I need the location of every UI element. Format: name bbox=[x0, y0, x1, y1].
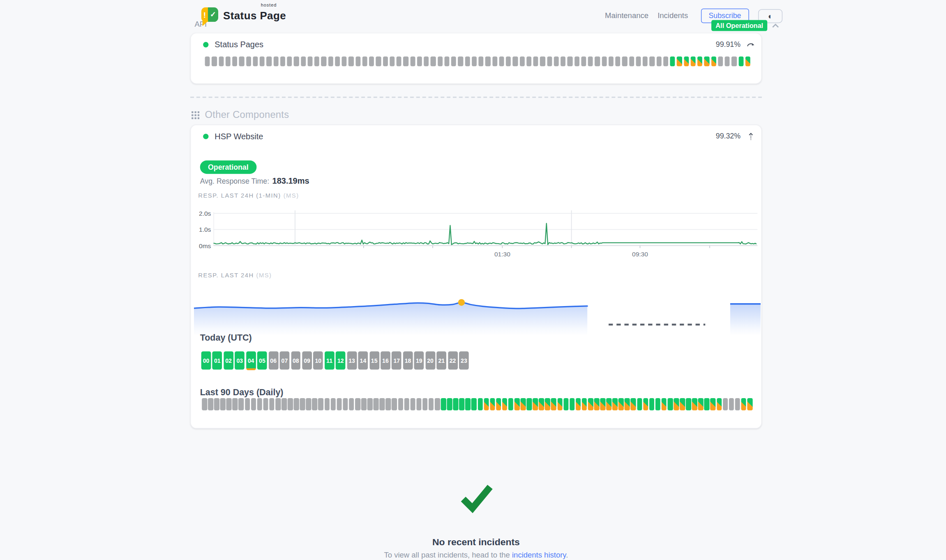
uptime-bar[interactable] bbox=[239, 57, 244, 67]
uptime-bar[interactable] bbox=[465, 57, 470, 67]
uptime-bar[interactable] bbox=[273, 57, 278, 67]
uptime-bar[interactable] bbox=[328, 57, 333, 67]
hour-block[interactable]: 07 bbox=[280, 351, 290, 369]
day-block[interactable] bbox=[367, 398, 373, 410]
day-block[interactable] bbox=[533, 398, 538, 410]
day-block[interactable] bbox=[343, 398, 348, 410]
uptime-bar[interactable] bbox=[478, 57, 483, 67]
uptime-bar[interactable] bbox=[417, 57, 422, 67]
day-block[interactable] bbox=[496, 398, 501, 410]
uptime-bar[interactable] bbox=[335, 57, 340, 67]
uptime-bar[interactable] bbox=[438, 57, 443, 67]
day-block[interactable] bbox=[655, 398, 661, 410]
day-block[interactable] bbox=[226, 398, 232, 410]
hour-block[interactable]: 03 bbox=[235, 351, 245, 369]
day-block[interactable] bbox=[545, 398, 550, 410]
hour-block[interactable]: 08 bbox=[291, 351, 301, 369]
uptime-bar[interactable] bbox=[397, 57, 401, 67]
chevron-up-icon[interactable] bbox=[772, 23, 780, 28]
day-block[interactable] bbox=[502, 398, 508, 410]
uptime-bar[interactable] bbox=[656, 57, 661, 67]
uptime-bar[interactable] bbox=[307, 57, 312, 67]
day-block[interactable] bbox=[300, 398, 305, 410]
day-block[interactable] bbox=[741, 398, 746, 410]
hour-block[interactable]: 01 bbox=[212, 351, 222, 369]
day-block[interactable] bbox=[563, 398, 569, 410]
day-block[interactable] bbox=[441, 398, 446, 410]
uptime-bar[interactable] bbox=[588, 57, 593, 67]
uptime-bar[interactable] bbox=[711, 57, 716, 67]
day-block[interactable] bbox=[698, 398, 704, 410]
day-block[interactable] bbox=[478, 398, 483, 410]
day-block[interactable] bbox=[269, 398, 275, 410]
day-block[interactable] bbox=[618, 398, 624, 410]
day-block[interactable] bbox=[435, 398, 440, 410]
day-block[interactable] bbox=[275, 398, 281, 410]
uptime-bar[interactable] bbox=[636, 57, 641, 67]
day-block[interactable] bbox=[711, 398, 716, 410]
hour-block[interactable]: 15 bbox=[369, 351, 379, 369]
day-block[interactable] bbox=[747, 398, 752, 410]
day-block[interactable] bbox=[312, 398, 318, 410]
uptime-bar[interactable] bbox=[219, 57, 224, 67]
uptime-bar[interactable] bbox=[226, 57, 231, 67]
day-block[interactable] bbox=[386, 398, 391, 410]
day-block[interactable] bbox=[508, 398, 514, 410]
day-block[interactable] bbox=[422, 398, 428, 410]
day-block[interactable] bbox=[220, 398, 226, 410]
uptime-bar[interactable] bbox=[362, 57, 367, 67]
day-block[interactable] bbox=[294, 398, 299, 410]
uptime-bar[interactable] bbox=[376, 57, 381, 67]
uptime-bar[interactable] bbox=[355, 57, 360, 67]
uptime-bar[interactable] bbox=[581, 57, 586, 67]
hour-block[interactable]: 05 bbox=[257, 351, 267, 369]
day-block[interactable] bbox=[239, 398, 244, 410]
uptime-bar[interactable] bbox=[321, 57, 326, 67]
uptime-bar[interactable] bbox=[568, 57, 572, 67]
day-block[interactable] bbox=[637, 398, 642, 410]
uptime-bar[interactable] bbox=[444, 57, 449, 67]
day-block[interactable] bbox=[263, 398, 268, 410]
hour-block[interactable]: 10 bbox=[313, 351, 323, 369]
hour-block[interactable]: 20 bbox=[425, 351, 435, 369]
uptime-bar[interactable] bbox=[301, 57, 306, 67]
day-block[interactable] bbox=[521, 398, 526, 410]
day-block[interactable] bbox=[680, 398, 685, 410]
day-block[interactable] bbox=[404, 398, 409, 410]
uptime-bar[interactable] bbox=[369, 57, 374, 67]
day-block[interactable] bbox=[600, 398, 605, 410]
uptime-bar[interactable] bbox=[390, 57, 395, 67]
day-block[interactable] bbox=[631, 398, 636, 410]
uptime-bar[interactable] bbox=[731, 57, 736, 67]
day-block[interactable] bbox=[318, 398, 323, 410]
uptime-bar[interactable] bbox=[704, 57, 709, 67]
day-block[interactable] bbox=[588, 398, 593, 410]
hour-block[interactable]: 04 bbox=[246, 351, 256, 369]
day-block[interactable] bbox=[539, 398, 544, 410]
day-block[interactable] bbox=[674, 398, 679, 410]
hour-block[interactable]: 00 bbox=[201, 351, 211, 369]
uptime-bar[interactable] bbox=[622, 57, 627, 67]
day-block[interactable] bbox=[288, 398, 293, 410]
hour-block[interactable]: 23 bbox=[459, 351, 469, 369]
day-block[interactable] bbox=[551, 398, 556, 410]
day-block[interactable] bbox=[202, 398, 207, 410]
uptime-bar[interactable] bbox=[431, 57, 436, 67]
uptime-bar[interactable] bbox=[574, 57, 579, 67]
day-block[interactable] bbox=[429, 398, 434, 410]
overall-status-badge[interactable]: All Operational bbox=[711, 20, 767, 31]
hour-block[interactable]: 16 bbox=[381, 351, 390, 369]
day-block[interactable] bbox=[361, 398, 367, 410]
uptime-bar[interactable] bbox=[554, 57, 558, 67]
day-block[interactable] bbox=[649, 398, 655, 410]
uptime-bar[interactable] bbox=[595, 57, 600, 67]
day-block[interactable] bbox=[233, 398, 238, 410]
hour-block[interactable]: 12 bbox=[336, 351, 346, 369]
uptime-bar[interactable] bbox=[718, 57, 723, 67]
nav-maintenance[interactable]: Maintenance bbox=[605, 12, 648, 20]
nav-incidents[interactable]: Incidents bbox=[658, 12, 688, 20]
hour-block[interactable]: 21 bbox=[437, 351, 447, 369]
day-block[interactable] bbox=[355, 398, 360, 410]
day-block[interactable] bbox=[692, 398, 697, 410]
uptime-bar[interactable] bbox=[697, 57, 702, 67]
